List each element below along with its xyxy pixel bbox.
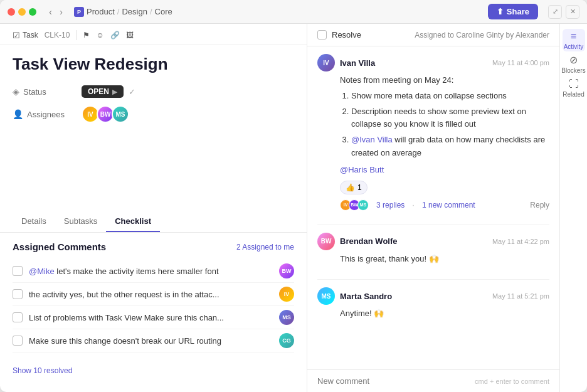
- resolve-meta: Assigned to Caroline Ginty by Alexander: [415, 31, 549, 40]
- breadcrumb-design: Design: [122, 7, 147, 16]
- related-label: Related: [563, 91, 584, 98]
- reply-button-1[interactable]: Reply: [530, 201, 549, 209]
- status-label-text: Status: [23, 87, 46, 97]
- sidebar-blockers-button[interactable]: ⊘ Blockers: [563, 53, 585, 75]
- assignees-label-text: Assignees: [27, 110, 65, 119]
- sidebar-activity-button[interactable]: ≡ Activity: [563, 29, 585, 51]
- breadcrumb-sep-1: /: [117, 7, 120, 16]
- activity-label: Activity: [564, 43, 584, 50]
- flag-icon: ⚑: [83, 31, 90, 40]
- checkbox-1[interactable]: [13, 266, 23, 276]
- related-icon: ⛶: [569, 78, 579, 90]
- item-avatar-1: BW: [279, 263, 294, 278]
- reply-avatars-1: IV BW MS: [340, 199, 369, 211]
- checklist-item: @Mike let's make the activity items here…: [13, 260, 294, 283]
- section-header: Assigned Comments 2 Assigned to me: [13, 241, 294, 252]
- checkbox-3[interactable]: [13, 312, 23, 322]
- commenter-name-1: Ivan Villa: [340, 58, 375, 68]
- comment-input[interactable]: [317, 376, 475, 386]
- breadcrumb: P Product / Design / Core: [74, 7, 172, 17]
- checklist-item: Make sure this change doesn't break our …: [13, 329, 294, 352]
- maximize-dot: [29, 8, 36, 16]
- comment-body-2: This is great, thank you! 🙌: [340, 253, 549, 266]
- comment-header-2: BW Brendan Wolfe May 11 at 4:22 pm: [317, 233, 549, 250]
- toolbar-separator: [76, 30, 77, 40]
- activity-icon: ≡: [571, 31, 576, 42]
- comment-time-2: May 11 at 4:22 pm: [492, 238, 549, 245]
- avatar-3[interactable]: MS: [112, 105, 129, 123]
- commenter-info: IV Ivan Villa: [317, 54, 375, 72]
- commenter-avatar-3: MS: [317, 287, 335, 305]
- comment-block: MS Marta Sandro May 11 at 5:21 pm Anytim…: [317, 287, 549, 320]
- blockers-label: Blockers: [561, 67, 585, 74]
- assigned-me-link[interactable]: 2 Assigned to me: [236, 243, 294, 252]
- comment-list-item-3: @Ivan Villa will grab data on how many c…: [351, 134, 549, 160]
- assignee-avatars: IV BW MS: [82, 105, 129, 123]
- comment-body-text-1: Notes from meeting on May 24:: [340, 74, 549, 87]
- tab-subtasks[interactable]: Subtasks: [55, 211, 106, 232]
- window-action-buttons: ⤢ ✕: [548, 5, 579, 19]
- comment-input-bar: cmd + enter to comment: [307, 369, 559, 392]
- resolve-label: Resolve: [332, 30, 361, 40]
- commenter-name-2: Brendan Wolfe: [340, 236, 398, 246]
- status-badge[interactable]: OPEN ▶: [82, 85, 124, 98]
- task-toolbar: ☑ Task CLK-10 ⚑ ☺ 🔗 🖼: [0, 24, 307, 45]
- task-type-icon: ☑: [13, 31, 20, 40]
- close-dot: [8, 8, 15, 16]
- task-type-button[interactable]: ☑ Task: [13, 31, 38, 40]
- reaction-1[interactable]: 👍 1: [340, 181, 368, 194]
- link-button[interactable]: 🔗: [110, 31, 120, 40]
- comments-panel: Resolve Assigned to Caroline Ginty by Al…: [307, 24, 559, 392]
- comment-time-1: May 11 at 4:00 pm: [492, 59, 549, 66]
- item-avatar-3: MS: [279, 310, 294, 325]
- back-button[interactable]: ‹: [46, 5, 55, 18]
- assignees-row: 👤 Assignees IV BW MS: [13, 105, 294, 123]
- checkbox-4[interactable]: [13, 336, 23, 346]
- image-button[interactable]: 🖼: [126, 31, 134, 40]
- emoji-button[interactable]: ☺: [96, 31, 103, 40]
- comment-time-3: May 11 at 5:21 pm: [492, 292, 549, 300]
- item-avatar-2: IV: [279, 287, 294, 302]
- tab-checklist[interactable]: Checklist: [106, 211, 160, 232]
- sidebar-icons: ≡ Activity ⊘ Blockers ⛶ Related: [559, 24, 587, 392]
- image-icon: 🖼: [126, 31, 134, 40]
- new-comment-badge-1[interactable]: 1 new comment: [422, 201, 475, 209]
- share-button[interactable]: ⬆ Share: [488, 4, 538, 19]
- mention-1: @Mike: [29, 267, 55, 276]
- breadcrumb-product: Product: [87, 7, 115, 16]
- blockers-icon: ⊘: [569, 54, 578, 66]
- share-label: Share: [507, 7, 529, 16]
- comment-body-3: Anytime! 🙌: [340, 307, 549, 320]
- checklist-text-1: @Mike let's make the activity items here…: [29, 267, 273, 276]
- commenter-avatar-2: BW: [317, 233, 335, 250]
- task-content: Task View Redesign ◈ Status OPEN ▶ ✓: [0, 45, 307, 211]
- app-window: ‹ › P Product / Design / Core ⬆ Share ⤢ …: [0, 0, 587, 392]
- status-row: ◈ Status OPEN ▶ ✓: [13, 85, 294, 98]
- forward-button[interactable]: ›: [57, 5, 65, 18]
- comment-block: IV Ivan Villa May 11 at 4:00 pm Notes fr…: [317, 54, 549, 211]
- comments-list: IV Ivan Villa May 11 at 4:00 pm Notes fr…: [307, 46, 559, 369]
- checklist-text-3: List of problems with Task View Make sur…: [29, 313, 273, 322]
- titlebar: ‹ › P Product / Design / Core ⬆ Share ⤢ …: [0, 0, 587, 24]
- replies-count-1[interactable]: 3 replies: [376, 201, 405, 209]
- tabs: Details Subtasks Checklist: [0, 211, 307, 233]
- comment-divider-2: [317, 279, 549, 280]
- sidebar-related-button[interactable]: ⛶ Related: [563, 77, 585, 99]
- show-resolved-button[interactable]: Show 10 resolved: [13, 365, 72, 376]
- status-check-icon[interactable]: ✓: [129, 87, 135, 97]
- item-avatar-4: CG: [279, 333, 294, 348]
- close-button[interactable]: ✕: [566, 5, 579, 19]
- resolve-checkbox[interactable]: [317, 30, 327, 40]
- checkbox-2[interactable]: [13, 289, 23, 299]
- reply-av-3: MS: [357, 199, 369, 211]
- comment-hint: cmd + enter to comment: [475, 378, 549, 385]
- comment-body-text-3: Anytime! 🙌: [340, 307, 549, 320]
- flag-button[interactable]: ⚑: [83, 31, 90, 40]
- tab-details[interactable]: Details: [13, 211, 55, 232]
- commenter-info-3: MS Marta Sandro: [317, 287, 392, 305]
- pip-button[interactable]: ⤢: [548, 5, 562, 19]
- share-icon: ⬆: [497, 7, 504, 16]
- task-id: CLK-10: [45, 31, 70, 40]
- status-value: OPEN: [88, 87, 109, 96]
- checklist-section: Assigned Comments 2 Assigned to me @Mike…: [0, 233, 307, 392]
